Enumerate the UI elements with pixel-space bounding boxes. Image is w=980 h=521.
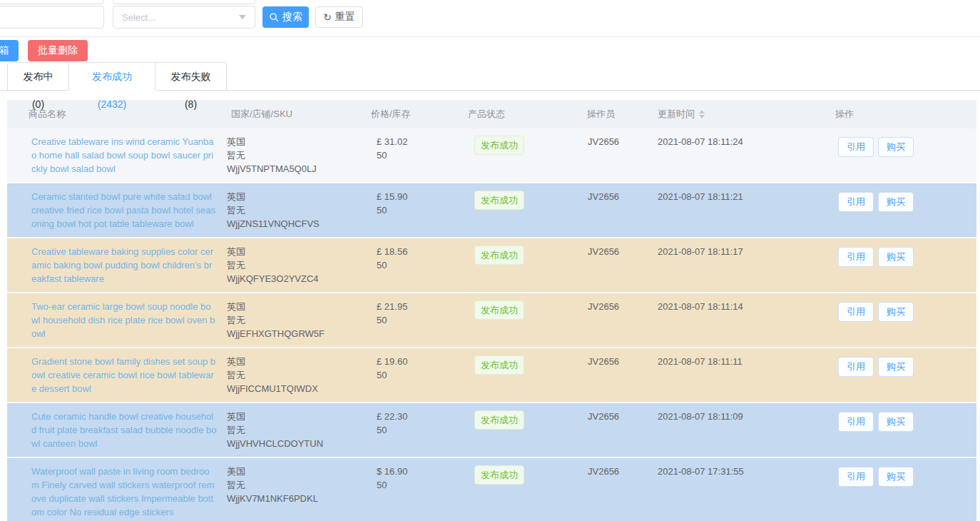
price-value: £ 19.60 <box>377 355 464 368</box>
filter-input-partial-1[interactable] <box>0 0 104 4</box>
updated-time-label: 更新时间 <box>658 108 695 121</box>
stock-value: 50 <box>377 258 464 272</box>
quote-button[interactable]: 引用 <box>838 247 874 267</box>
col-header-country-shop-sku: 国家/店铺/SKU <box>227 108 362 121</box>
table-row: Waterproof wall paste in living room bed… <box>7 458 976 521</box>
operator-value: JV2656 <box>583 238 652 292</box>
status-badge: 发布成功 <box>474 355 524 375</box>
table-row: Cute ceramic handle bowl creative househ… <box>7 403 976 458</box>
table-row: Two-ear ceramic large bowl soup noodle b… <box>7 293 976 348</box>
tab-publish-failed[interactable]: 发布失败(8) <box>155 62 227 91</box>
search-button[interactable]: 搜索 <box>262 6 309 28</box>
product-name-link[interactable]: Cute ceramic handle bowl creative househ… <box>31 410 217 450</box>
country-label: 美国 <box>227 465 362 478</box>
buy-button[interactable]: 购买 <box>878 357 914 377</box>
status-badge: 发布成功 <box>474 136 524 155</box>
sku-label: WjjVHVHCLCDOYTUN <box>227 437 362 450</box>
buy-button[interactable]: 购买 <box>878 467 914 487</box>
quote-button[interactable]: 引用 <box>838 467 874 487</box>
operator-value: JV2656 <box>583 293 652 347</box>
quote-button[interactable]: 引用 <box>838 192 874 212</box>
store-label: 暂无 <box>227 368 362 382</box>
filter-input-partial-2[interactable] <box>113 0 255 4</box>
updated-time-value: 2021-08-07 18:11:24 <box>652 128 831 182</box>
country-label: 英国 <box>227 300 362 313</box>
filter-bar: Select... 搜索 ↻ 重置 <box>0 0 980 37</box>
country-label: 英国 <box>227 410 362 423</box>
chevron-down-icon <box>239 15 246 19</box>
quote-button[interactable]: 引用 <box>838 137 874 157</box>
price-value: £ 15.90 <box>377 190 464 203</box>
product-name-link[interactable]: Waterproof wall paste in living room bed… <box>31 465 217 519</box>
horizontal-divider <box>0 36 980 37</box>
table-row: Creative tableware ins wind ceramic Yuan… <box>7 128 976 183</box>
select-placeholder: Select... <box>122 12 155 23</box>
tab-publish-success[interactable]: 发布成功(2432) <box>69 62 155 91</box>
updated-time-value: 2021-08-07 18:11:21 <box>652 183 831 237</box>
status-select[interactable]: Select... <box>113 6 255 29</box>
col-header-product-status: 产品状态 <box>464 108 583 121</box>
product-name-link[interactable]: Two-ear ceramic large bowl soup noodle b… <box>31 300 217 340</box>
country-label: 英国 <box>227 245 362 258</box>
tab-publishing[interactable]: 发布中(0) <box>7 62 69 91</box>
sort-icon[interactable] <box>699 110 705 118</box>
table-body: Creative tableware ins wind ceramic Yuan… <box>7 128 976 521</box>
search-button-label: 搜索 <box>282 11 302 24</box>
table-header: 商品名称 国家/店铺/SKU 价格/库存 产品状态 操作员 更新时间 操作 <box>7 100 976 128</box>
price-value: £ 18.56 <box>377 245 464 258</box>
status-badge: 发布成功 <box>474 410 524 430</box>
price-value: £ 21.95 <box>377 300 464 313</box>
col-header-price-stock: 价格/库存 <box>362 108 464 121</box>
updated-time-value: 2021-08-07 18:11:11 <box>652 348 831 402</box>
products-table: 商品名称 国家/店铺/SKU 价格/库存 产品状态 操作员 更新时间 操作 Cr… <box>7 100 976 521</box>
batch-delete-button[interactable]: 批量删除 <box>28 40 88 61</box>
store-label: 暂无 <box>227 478 362 492</box>
quote-button[interactable]: 引用 <box>838 357 874 377</box>
sku-label: WjjKV7M1NKF6PDKL <box>227 492 362 505</box>
operator-value: JV2656 <box>583 128 652 182</box>
sku-label: WjjKQFYE3O2YVZC4 <box>227 272 362 285</box>
product-name-link[interactable]: Ceramic slanted bowl pure white salad bo… <box>31 190 217 231</box>
operator-value: JV2656 <box>583 348 652 402</box>
buy-button[interactable]: 购买 <box>878 192 914 212</box>
buy-button[interactable]: 购买 <box>878 412 914 432</box>
reset-button[interactable]: ↻ 重置 <box>315 6 363 28</box>
move-to-box-button[interactable]: 箱 <box>0 40 19 61</box>
status-badge: 发布成功 <box>474 465 524 485</box>
stock-value: 50 <box>377 313 464 327</box>
keyword-input[interactable] <box>0 6 104 29</box>
col-header-updated-time[interactable]: 更新时间 <box>652 108 831 121</box>
status-badge: 发布成功 <box>474 246 524 265</box>
price-value: £ 31.02 <box>377 135 464 148</box>
col-header-operator: 操作员 <box>583 108 652 121</box>
quote-button[interactable]: 引用 <box>838 302 874 322</box>
table-row: Gradient stone bowl family dishes set so… <box>7 348 976 403</box>
buy-button[interactable]: 购买 <box>878 137 914 157</box>
status-badge: 发布成功 <box>474 300 524 320</box>
sku-label: WjjEFHXGTHQGRW5F <box>227 327 362 340</box>
product-name-link[interactable]: Gradient stone bowl family dishes set so… <box>31 355 217 395</box>
price-value: £ 22.30 <box>377 410 464 423</box>
updated-time-value: 2021-08-07 18:11:09 <box>652 403 831 457</box>
status-tabs: 发布中(0) 发布成功(2432) 发布失败(8) <box>7 62 227 91</box>
country-label: 英国 <box>227 190 362 203</box>
updated-time-value: 2021-08-07 18:11:17 <box>652 238 831 292</box>
stock-value: 50 <box>377 368 464 382</box>
product-name-link[interactable]: Creative tableware baking supplies color… <box>31 245 217 285</box>
store-label: 暂无 <box>227 148 362 162</box>
table-row: Ceramic slanted bowl pure white salad bo… <box>7 183 976 238</box>
product-name-link[interactable]: Creative tableware ins wind ceramic Yuan… <box>31 135 217 176</box>
price-value: $ 16.90 <box>377 465 464 478</box>
sku-label: WjjFICCMU1TQIWDX <box>227 382 362 395</box>
buy-button[interactable]: 购买 <box>878 247 914 267</box>
status-badge: 发布成功 <box>474 191 524 210</box>
stock-value: 50 <box>377 423 464 437</box>
buy-button[interactable]: 购买 <box>878 302 914 322</box>
store-label: 暂无 <box>227 258 362 272</box>
quote-button[interactable]: 引用 <box>838 412 874 432</box>
operator-value: JV2656 <box>583 183 652 237</box>
stock-value: 50 <box>377 478 464 492</box>
updated-time-value: 2021-08-07 17:31:55 <box>652 458 831 521</box>
table-row: Creative tableware baking supplies color… <box>7 238 976 293</box>
operator-value: JV2656 <box>583 458 652 521</box>
